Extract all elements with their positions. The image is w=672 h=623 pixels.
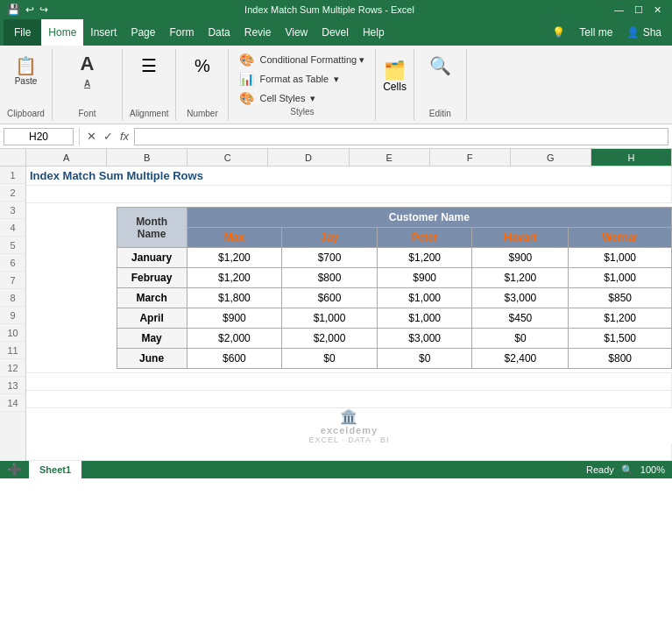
empty-row-2[interactable] <box>26 186 672 203</box>
cell-a3[interactable] <box>26 203 113 372</box>
month-april[interactable]: April <box>117 308 187 329</box>
share-icon[interactable]: 👤 Sha <box>619 19 668 46</box>
apr-max[interactable]: $900 <box>187 308 282 329</box>
undo-icon[interactable]: ↩ <box>25 4 34 16</box>
developer-menu[interactable]: Devel <box>315 19 356 46</box>
col-header-b[interactable]: B <box>107 149 187 166</box>
jun-wernar[interactable]: $800 <box>569 349 672 369</box>
feb-max[interactable]: $1,200 <box>187 268 282 288</box>
feb-havart[interactable]: $1,200 <box>472 268 569 288</box>
month-january[interactable]: January <box>117 248 187 268</box>
jun-jay[interactable]: $0 <box>282 349 378 369</box>
mar-peter[interactable]: $1,000 <box>377 288 472 308</box>
add-sheet-button[interactable]: ➕ <box>7 463 22 477</box>
row-num-9[interactable]: 9 <box>0 307 25 324</box>
jun-peter[interactable]: $0 <box>377 349 472 369</box>
redo-icon[interactable]: ↪ <box>39 4 48 16</box>
jan-peter[interactable]: $1,200 <box>377 248 472 268</box>
month-may[interactable]: May <box>117 329 187 349</box>
data-menu[interactable]: Data <box>201 19 237 46</box>
help-menu[interactable]: Help <box>356 19 392 46</box>
col-header-g[interactable]: G <box>511 149 591 166</box>
month-february[interactable]: Februay <box>117 268 187 288</box>
may-havart[interactable]: $0 <box>472 329 569 349</box>
save-icon[interactable]: 💾 <box>7 4 20 16</box>
title-cell[interactable]: Index Match Sum Multiple Rows <box>26 166 672 185</box>
row-num-8[interactable]: 8 <box>0 289 25 307</box>
table-row-march: March $1,800 $600 $1,000 $3,000 $850 <box>117 288 671 308</box>
row-num-4[interactable]: 4 <box>0 219 25 237</box>
tell-me-label[interactable]: Tell me <box>572 19 619 46</box>
review-menu[interactable]: Revie <box>237 19 279 46</box>
close-button[interactable]: ✕ <box>650 4 665 16</box>
apr-havart[interactable]: $450 <box>472 308 569 329</box>
jan-havart[interactable]: $900 <box>472 248 569 268</box>
alignment-button[interactable]: ☰ <box>131 53 166 79</box>
may-max[interactable]: $2,000 <box>187 329 282 349</box>
feb-wernar[interactable]: $1,000 <box>569 268 672 288</box>
format-as-table-button[interactable]: 📊 Format as Table ▾ <box>236 70 368 88</box>
col-header-c[interactable]: C <box>187 149 268 166</box>
cell-styles-button[interactable]: 🎨 Cell Styles ▾ <box>236 89 368 107</box>
row-num-1[interactable]: 1 <box>0 166 25 184</box>
col-header-a[interactable]: A <box>26 149 107 166</box>
empty-row-14[interactable] <box>26 443 672 461</box>
paste-button[interactable]: 📋 Paste <box>9 53 44 90</box>
number-button[interactable]: % <box>185 53 220 79</box>
apr-wernar[interactable]: $1,200 <box>569 308 672 329</box>
apr-jay[interactable]: $1,000 <box>282 308 378 329</box>
jan-jay[interactable]: $700 <box>282 248 378 268</box>
confirm-formula-icon[interactable]: ✓ <box>102 130 115 143</box>
feb-jay[interactable]: $800 <box>282 268 378 288</box>
editing-button[interactable]: 🔍 <box>422 53 457 79</box>
jun-havart[interactable]: $2,400 <box>472 349 569 369</box>
may-peter[interactable]: $3,000 <box>377 329 472 349</box>
row-num-3[interactable]: 3 <box>0 202 25 219</box>
empty-row-11[interactable] <box>26 373 672 391</box>
col-header-d[interactable]: D <box>268 149 349 166</box>
month-june[interactable]: June <box>117 349 187 369</box>
insert-function-icon[interactable]: fx <box>118 130 131 143</box>
formula-bar: ✕ ✓ fx <box>0 124 672 149</box>
conditional-formatting-button[interactable]: 🎨 Conditional Formatting ▾ <box>236 51 368 68</box>
wernar-header: Wernar <box>569 228 672 248</box>
page-menu[interactable]: Page <box>124 19 162 46</box>
row-num-12[interactable]: 12 <box>0 359 25 377</box>
row-num-13[interactable]: 13 <box>0 377 25 394</box>
row-num-7[interactable]: 7 <box>0 272 25 289</box>
col-header-h[interactable]: H <box>591 149 672 166</box>
jan-max[interactable]: $1,200 <box>187 248 282 268</box>
mar-jay[interactable]: $600 <box>282 288 378 308</box>
cancel-formula-icon[interactable]: ✕ <box>85 130 98 143</box>
grid-area: 1 2 3 4 5 6 7 8 9 10 11 12 13 14 Index M… <box>0 166 672 461</box>
may-jay[interactable]: $2,000 <box>282 329 378 349</box>
cell-reference-box[interactable] <box>4 128 74 145</box>
home-menu[interactable]: Home <box>41 19 83 46</box>
row-num-14[interactable]: 14 <box>0 394 25 412</box>
maximize-button[interactable]: ☐ <box>631 4 647 16</box>
insert-menu[interactable]: Insert <box>83 19 124 46</box>
feb-peter[interactable]: $900 <box>377 268 472 288</box>
may-wernar[interactable]: $1,500 <box>569 329 672 349</box>
row-num-2[interactable]: 2 <box>0 184 25 202</box>
mar-wernar[interactable]: $850 <box>569 288 672 308</box>
view-menu[interactable]: View <box>278 19 315 46</box>
sheet-tab[interactable]: Sheet1 <box>29 461 81 478</box>
col-header-e[interactable]: E <box>350 149 430 166</box>
row-num-6[interactable]: 6 <box>0 254 25 272</box>
file-menu[interactable]: File <box>4 19 41 46</box>
jan-wernar[interactable]: $1,000 <box>569 248 672 268</box>
month-march[interactable]: March <box>117 288 187 308</box>
minimize-button[interactable]: — <box>611 4 627 16</box>
mar-havart[interactable]: $3,000 <box>472 288 569 308</box>
jun-max[interactable]: $600 <box>187 349 282 369</box>
row-num-11[interactable]: 11 <box>0 342 25 359</box>
mar-max[interactable]: $1,800 <box>187 288 282 308</box>
form-menu[interactable]: Form <box>162 19 201 46</box>
col-header-f[interactable]: F <box>430 149 511 166</box>
row-num-10[interactable]: 10 <box>0 324 25 342</box>
row-num-5[interactable]: 5 <box>0 237 25 254</box>
apr-peter[interactable]: $1,000 <box>377 308 472 329</box>
formula-input[interactable] <box>134 128 668 145</box>
empty-row-12[interactable] <box>26 391 672 408</box>
